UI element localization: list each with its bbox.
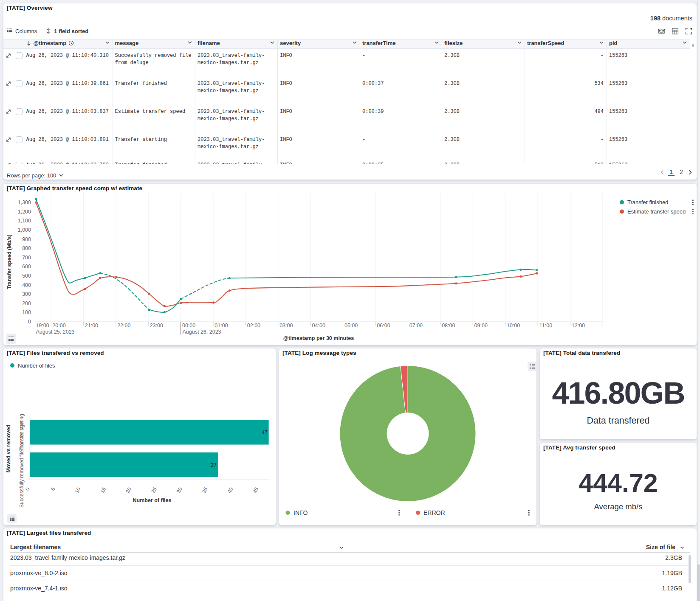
svg-text:30: 30	[175, 486, 183, 494]
svg-text:03:00: 03:00	[279, 323, 293, 329]
svg-text:20: 20	[124, 486, 133, 494]
svg-text:22:00: 22:00	[117, 323, 130, 329]
svg-text:02:00: 02:00	[247, 323, 260, 329]
svg-text:August 25, 2023: August 25, 2023	[36, 329, 75, 335]
svg-text:07:00: 07:00	[409, 323, 423, 329]
svg-text:0: 0	[24, 486, 31, 492]
svg-text:100: 100	[22, 309, 31, 315]
svg-text:11:00: 11:00	[539, 323, 552, 329]
svg-text:04:00: 04:00	[312, 323, 325, 329]
svg-text:45: 45	[252, 486, 260, 494]
svg-text:15: 15	[99, 486, 107, 494]
svg-text:1,100: 1,100	[18, 218, 31, 224]
svg-text:25: 25	[150, 486, 158, 494]
svg-text:Number of files: Number of files	[133, 497, 172, 503]
svg-text:INFO: INFO	[294, 509, 308, 516]
svg-text:0: 0	[28, 319, 31, 325]
svg-text:12:00: 12:00	[572, 323, 585, 329]
svg-text:ERROR: ERROR	[423, 509, 445, 516]
svg-text:00:00: 00:00	[182, 323, 195, 329]
svg-text:1,300: 1,300	[18, 199, 31, 205]
svg-text:Estimate transfer speed: Estimate transfer speed	[627, 208, 686, 215]
svg-text:200: 200	[22, 300, 31, 306]
svg-text:10:00: 10:00	[507, 323, 520, 329]
svg-text:21:00: 21:00	[85, 323, 98, 329]
svg-text:05:00: 05:00	[344, 323, 358, 329]
svg-text:600: 600	[22, 264, 31, 270]
svg-text:20:00: 20:00	[52, 323, 65, 329]
svg-text:300: 300	[22, 291, 31, 297]
svg-text:08:00: 08:00	[442, 323, 455, 329]
svg-text:1,000: 1,000	[18, 227, 31, 233]
svg-text:01:00: 01:00	[215, 323, 228, 329]
svg-text:06:00: 06:00	[377, 323, 390, 329]
svg-text:5: 5	[50, 486, 56, 492]
svg-text:19:00: 19:00	[36, 323, 49, 329]
svg-text:37: 37	[211, 462, 217, 468]
svg-text:@timestamp per 30 minutes: @timestamp per 30 minutes	[283, 335, 354, 341]
svg-text:10: 10	[74, 486, 82, 494]
svg-text:900: 900	[22, 236, 31, 242]
svg-text:Moved vs removed: Moved vs removed	[6, 425, 11, 473]
svg-text:35: 35	[201, 486, 209, 494]
svg-text:1,200: 1,200	[18, 209, 31, 215]
svg-text:800: 800	[22, 245, 31, 251]
svg-text:August 26, 2023: August 26, 2023	[183, 329, 221, 335]
svg-text:Successfully removed file from: Successfully removed file from deluge	[19, 422, 25, 508]
svg-text:400: 400	[22, 282, 31, 288]
svg-text:Transfer speed (Mb/s): Transfer speed (Mb/s)	[6, 234, 12, 289]
svg-text:40: 40	[226, 486, 234, 494]
svg-text:500: 500	[22, 273, 31, 279]
svg-text:47: 47	[262, 430, 268, 435]
svg-text:Number of files: Number of files	[18, 362, 55, 369]
svg-text:Transfer finished: Transfer finished	[627, 199, 668, 205]
svg-text:09:00: 09:00	[474, 323, 488, 329]
svg-text:23:00: 23:00	[150, 323, 163, 329]
svg-text:700: 700	[22, 255, 31, 261]
